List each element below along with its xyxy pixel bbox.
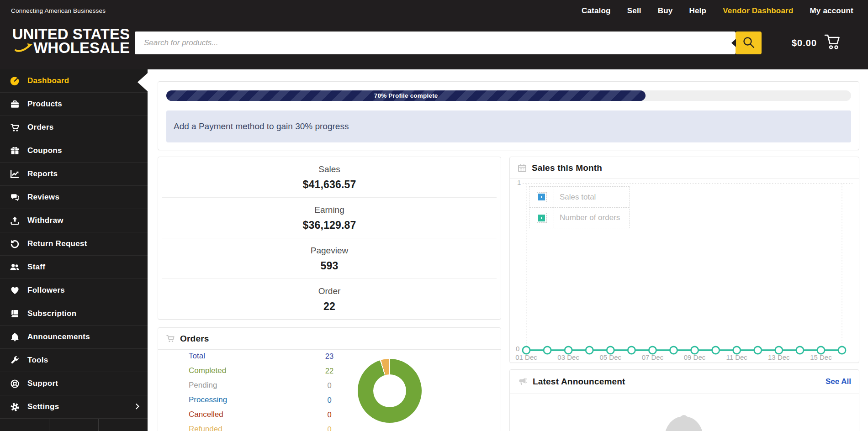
gauge-icon — [10, 76, 20, 86]
vendor-sidebar: Dashboard Products Orders Coupons Report… — [0, 69, 148, 431]
orders-panel: Orders Total 23 Completed 22 Pending 0 P… — [158, 327, 501, 431]
stat-value: $41,636.57 — [302, 179, 356, 191]
orders-panel-title: Orders — [180, 334, 209, 344]
nav-catalog[interactable]: Catalog — [582, 6, 611, 16]
announcement-panel: Latest Announcement See All — [509, 369, 859, 431]
stat-label: Earning — [314, 205, 344, 215]
order-row-label[interactable]: Cancelled — [189, 410, 309, 419]
order-row-value: 0 — [309, 425, 350, 431]
search-icon — [742, 36, 755, 50]
cart-icon — [10, 122, 20, 132]
number-of-orders-swatch — [538, 215, 545, 221]
empty-announcements-bell-icon — [654, 413, 714, 431]
sidebar-footer-cell-3[interactable] — [99, 419, 148, 431]
users-icon — [10, 262, 20, 272]
book-icon — [10, 309, 20, 319]
sidebar-item-label: Staff — [27, 263, 45, 272]
x-axis-tick: 03 Dec — [557, 353, 579, 361]
sidebar-item-subscription[interactable]: Subscription — [0, 302, 148, 326]
sidebar-item-settings[interactable]: Settings — [0, 395, 148, 419]
sidebar-item-dashboard[interactable]: Dashboard — [0, 69, 148, 93]
gift-icon — [10, 146, 20, 156]
sidebar-item-followers[interactable]: Followers — [0, 279, 148, 302]
legend-swatch-box — [537, 213, 547, 223]
profile-progress-fill: 70% Profile complete — [166, 90, 646, 101]
sidebar-item-label: Reports — [27, 169, 58, 179]
sidebar-item-return-request[interactable]: Return Request — [0, 232, 148, 256]
stat-value: $36,129.87 — [302, 219, 356, 231]
nav-my-account[interactable]: My account — [810, 6, 853, 16]
search-input[interactable] — [135, 32, 736, 54]
site-tagline: Connecting American Businesses — [11, 7, 106, 14]
order-row-value: 0 — [309, 410, 350, 419]
nav-sell[interactable]: Sell — [627, 6, 641, 16]
sidebar-item-label: Products — [27, 100, 62, 109]
order-row-label[interactable]: Refunded — [189, 425, 309, 431]
legend-swatch-cell — [529, 187, 554, 207]
sales-month-header: Sales this Month — [510, 157, 859, 179]
legend-swatch-cell — [529, 208, 554, 228]
gear-icon — [10, 402, 20, 412]
sidebar-item-orders[interactable]: Orders — [0, 116, 148, 139]
cart-total: $0.00 — [792, 38, 817, 48]
x-axis-tick: 13 Dec — [768, 353, 790, 361]
sidebar-item-support[interactable]: Support — [0, 372, 148, 395]
sidebar-item-staff[interactable]: Staff — [0, 256, 148, 279]
sidebar-item-announcements[interactable]: Announcements — [0, 326, 148, 349]
order-row-label[interactable]: Pending — [189, 381, 309, 390]
sidebar-item-products[interactable]: Products — [0, 93, 148, 116]
profile-progress-bar: 70% Profile complete — [166, 90, 851, 101]
product-search — [135, 32, 736, 54]
sidebar-item-label: Orders — [27, 123, 54, 132]
topbar: Connecting American Businesses Catalog S… — [0, 0, 868, 21]
wrench-icon — [10, 355, 20, 365]
legend-item-number-of-orders[interactable]: Number of orders — [529, 207, 629, 228]
sales-month-panel: Sales this Month 1 0 Sales total — [509, 157, 859, 363]
undo-icon — [10, 239, 20, 249]
order-row-label[interactable]: Completed — [189, 366, 309, 375]
announcement-title: Latest Announcement — [533, 377, 625, 387]
stat-value: 22 — [323, 300, 335, 313]
nav-buy[interactable]: Buy — [658, 6, 673, 16]
order-row-value: 23 — [309, 352, 350, 361]
sidebar-item-label: Reviews — [27, 193, 59, 202]
site-logo[interactable]: UNITED STATES WHOLESALE — [5, 27, 130, 55]
nav-help[interactable]: Help — [689, 6, 706, 16]
sidebar-item-label: Support — [27, 379, 58, 388]
life-ring-icon — [10, 378, 20, 389]
mini-cart[interactable]: $0.00 — [792, 32, 842, 54]
sidebar-item-label: Announcements — [27, 332, 90, 342]
stat-sales: Sales $41,636.57 — [158, 157, 501, 198]
stat-label: Pageview — [311, 246, 348, 256]
chart-legend: Sales total Number of orders — [529, 186, 630, 228]
order-row-value: 22 — [309, 367, 350, 375]
nav-vendor-dashboard[interactable]: Vendor Dashboard — [723, 6, 793, 16]
sidebar-item-reviews[interactable]: Reviews — [0, 186, 148, 209]
calendar-icon — [518, 163, 527, 173]
legend-label: Sales total — [554, 193, 596, 202]
sidebar-item-label: Settings — [27, 402, 59, 411]
chevron-right-icon — [133, 404, 139, 410]
order-row-total: Total 23 — [189, 349, 381, 363]
order-row-label[interactable]: Processing — [189, 395, 309, 405]
briefcase-icon — [10, 99, 20, 109]
upload-icon — [10, 216, 20, 226]
sidebar-footer-cell-1[interactable] — [0, 419, 49, 431]
sidebar-item-label: Tools — [27, 356, 48, 365]
search-button[interactable] — [736, 32, 762, 54]
x-axis-tick: 15 Dec — [810, 353, 832, 361]
order-row-label[interactable]: Total — [189, 352, 309, 361]
order-row-pending: Pending 0 — [189, 378, 381, 393]
sidebar-item-label: Withdraw — [27, 216, 64, 225]
stat-label: Sales — [318, 164, 340, 174]
sidebar-item-coupons[interactable]: Coupons — [0, 139, 148, 163]
stat-value: 593 — [321, 260, 339, 272]
see-all-link[interactable]: See All — [826, 377, 851, 386]
order-row-completed: Completed 22 — [189, 363, 381, 378]
sidebar-item-tools[interactable]: Tools — [0, 349, 148, 372]
legend-item-sales-total[interactable]: Sales total — [529, 187, 629, 207]
sidebar-item-withdraw[interactable]: Withdraw — [0, 209, 148, 232]
sidebar-item-reports[interactable]: Reports — [0, 163, 148, 186]
legend-swatch-box — [537, 192, 547, 202]
sidebar-footer-cell-2[interactable] — [49, 419, 99, 431]
